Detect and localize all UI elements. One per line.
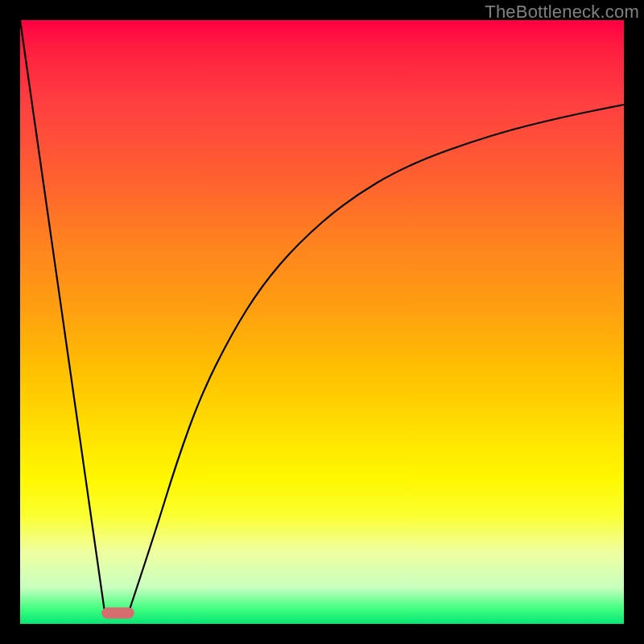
chart-container: TheBottleneck.com <box>0 0 644 644</box>
plot-area <box>20 20 624 624</box>
curve-layer <box>20 20 624 624</box>
curve-right-branch <box>129 105 624 612</box>
marker-pill <box>101 608 134 619</box>
watermark: TheBottleneck.com <box>485 2 639 23</box>
curve-left-branch <box>20 20 105 612</box>
